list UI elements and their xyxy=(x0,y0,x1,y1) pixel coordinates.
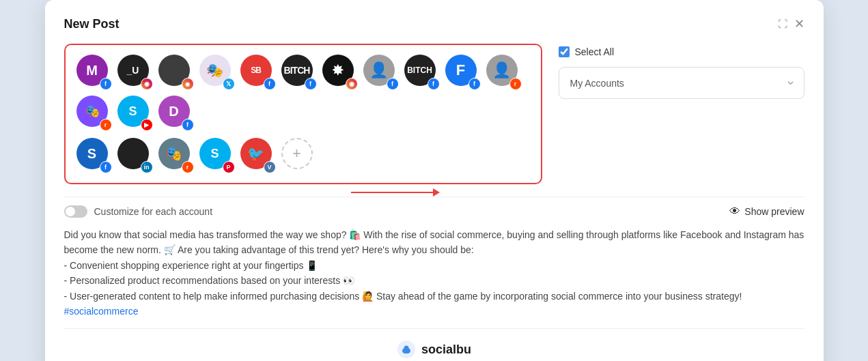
hashtag: #socialcommerce xyxy=(64,306,139,317)
accounts-panel: M f _U ◉ ◉ 🎭 𝕏 xyxy=(64,44,542,184)
account-u-ig[interactable]: _U ◉ xyxy=(117,55,153,90)
accounts-dropdown-label: My Accounts xyxy=(570,78,624,89)
socialbu-icon xyxy=(397,340,416,359)
select-all-checkbox[interactable] xyxy=(559,46,570,57)
red-arrow xyxy=(64,188,542,197)
brand-logo: socialbu xyxy=(397,340,471,359)
account-b2-fb[interactable]: BITCH f xyxy=(404,55,440,90)
customize-toggle[interactable] xyxy=(64,205,87,218)
account-f-fb[interactable]: F f xyxy=(445,55,481,90)
close-icon[interactable]: ✕ xyxy=(794,16,804,31)
account-dark-ig[interactable]: ◉ xyxy=(158,55,194,90)
modal-header: New Post ⛶ ✕ xyxy=(64,16,804,31)
modal-title: New Post xyxy=(64,17,120,31)
svg-point-1 xyxy=(404,346,408,351)
select-all-label: Select All xyxy=(575,46,615,57)
account-purple-rd[interactable]: 🎭 r xyxy=(76,96,112,131)
post-content: Did you know that social media has trans… xyxy=(64,223,804,328)
accounts-dropdown[interactable]: My Accounts › xyxy=(559,67,804,99)
header-actions: ⛶ ✕ xyxy=(778,16,804,31)
accounts-row-1: M f _U ◉ ◉ 🎭 𝕏 xyxy=(76,55,530,131)
modal-body: M f _U ◉ ◉ 🎭 𝕏 xyxy=(64,44,804,197)
account-s-fb[interactable]: S f xyxy=(76,138,112,173)
modal-footer: socialbu xyxy=(64,328,804,359)
chevron-down-icon: › xyxy=(783,81,798,85)
new-post-modal: New Post ⛶ ✕ M f _U ◉ xyxy=(45,0,824,361)
select-all-row: Select All xyxy=(559,46,804,57)
add-account-button[interactable]: + xyxy=(281,138,313,169)
account-star-ig[interactable]: ✸ ◉ xyxy=(322,55,358,90)
account-gray-rd[interactable]: 🎭 r xyxy=(158,138,194,173)
right-panel: Select All My Accounts › xyxy=(559,44,804,99)
eye-icon: 👁 xyxy=(729,205,740,218)
account-socialbu-fb[interactable]: SB f xyxy=(240,55,276,90)
account-dark-li[interactable]: in xyxy=(117,138,153,173)
account-gray-fb[interactable]: 👤 f xyxy=(363,55,399,90)
customize-row: Customize for each account 👁 Show previe… xyxy=(64,197,804,223)
customize-text: Customize for each account xyxy=(94,206,213,217)
account-sk-pi[interactable]: S P xyxy=(199,138,235,173)
accounts-row-2: S f in 🎭 r S P xyxy=(76,138,530,173)
account-b-fb[interactable]: BITCH f xyxy=(281,55,317,90)
toggle-label: Customize for each account xyxy=(64,205,213,218)
account-skype-yt[interactable]: S ▶ xyxy=(117,96,153,131)
account-m-fb[interactable]: M f xyxy=(76,55,112,90)
account-bird-vk[interactable]: 🐦 V xyxy=(240,138,276,173)
account-d-fb[interactable]: D f xyxy=(158,96,194,131)
show-preview-label: Show preview xyxy=(744,206,804,217)
account-gray2-rd[interactable]: 👤 r xyxy=(486,55,522,90)
show-preview-button[interactable]: 👁 Show preview xyxy=(729,205,804,218)
brand-name: socialbu xyxy=(421,343,471,357)
account-colorful-tw[interactable]: 🎭 𝕏 xyxy=(199,55,235,90)
expand-icon[interactable]: ⛶ xyxy=(778,18,787,29)
